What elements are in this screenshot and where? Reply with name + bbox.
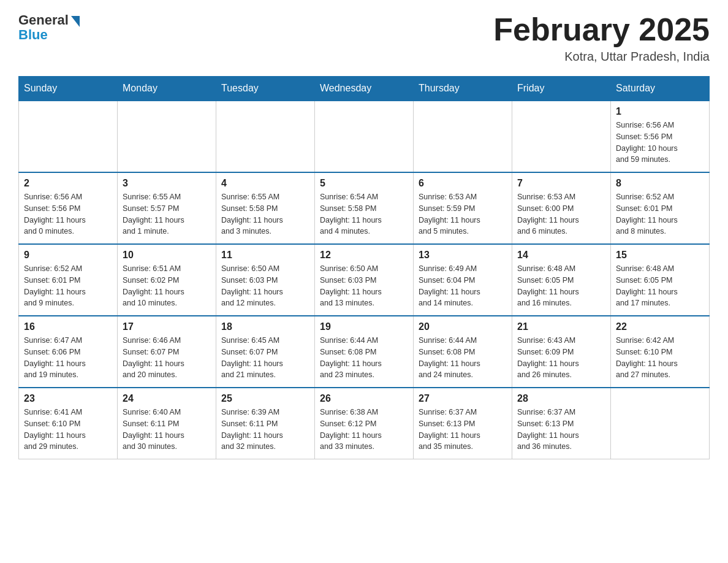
title-section: February 2025 Kotra, Uttar Pradesh, Indi… xyxy=(493,12,710,64)
calendar-cell: 18Sunrise: 6:45 AM Sunset: 6:07 PM Dayli… xyxy=(216,316,315,388)
calendar-cell: 8Sunrise: 6:52 AM Sunset: 6:01 PM Daylig… xyxy=(611,172,710,244)
calendar-cell: 17Sunrise: 6:46 AM Sunset: 6:07 PM Dayli… xyxy=(118,316,216,388)
calendar-cell: 6Sunrise: 6:53 AM Sunset: 5:59 PM Daylig… xyxy=(414,172,512,244)
calendar-cell: 11Sunrise: 6:50 AM Sunset: 6:03 PM Dayli… xyxy=(216,244,315,316)
calendar-cell: 28Sunrise: 6:37 AM Sunset: 6:13 PM Dayli… xyxy=(512,388,611,459)
calendar-cell: 26Sunrise: 6:38 AM Sunset: 6:12 PM Dayli… xyxy=(315,388,414,459)
calendar-cell xyxy=(216,101,315,172)
day-number: 28 xyxy=(517,393,605,404)
day-info: Sunrise: 6:41 AM Sunset: 6:10 PM Dayligh… xyxy=(24,407,112,453)
calendar-week-row: 2Sunrise: 6:56 AM Sunset: 5:56 PM Daylig… xyxy=(19,172,710,244)
weekday-header-wednesday: Wednesday xyxy=(315,77,414,101)
day-info: Sunrise: 6:48 AM Sunset: 6:05 PM Dayligh… xyxy=(616,263,704,309)
day-number: 6 xyxy=(419,178,507,189)
weekday-header-row: SundayMondayTuesdayWednesdayThursdayFrid… xyxy=(19,77,710,101)
weekday-header-monday: Monday xyxy=(118,77,216,101)
day-number: 20 xyxy=(419,321,507,332)
day-info: Sunrise: 6:46 AM Sunset: 6:07 PM Dayligh… xyxy=(123,335,211,381)
day-info: Sunrise: 6:40 AM Sunset: 6:11 PM Dayligh… xyxy=(123,407,211,453)
calendar-cell: 2Sunrise: 6:56 AM Sunset: 5:56 PM Daylig… xyxy=(19,172,118,244)
day-number: 21 xyxy=(517,321,605,332)
day-info: Sunrise: 6:50 AM Sunset: 6:03 PM Dayligh… xyxy=(320,263,408,309)
day-number: 4 xyxy=(221,178,309,189)
day-info: Sunrise: 6:53 AM Sunset: 6:00 PM Dayligh… xyxy=(517,191,605,237)
weekday-header-tuesday: Tuesday xyxy=(216,77,315,101)
day-info: Sunrise: 6:52 AM Sunset: 6:01 PM Dayligh… xyxy=(24,263,112,309)
day-info: Sunrise: 6:37 AM Sunset: 6:13 PM Dayligh… xyxy=(517,407,605,453)
day-number: 10 xyxy=(123,250,211,261)
calendar-cell: 14Sunrise: 6:48 AM Sunset: 6:05 PM Dayli… xyxy=(512,244,611,316)
calendar-cell: 27Sunrise: 6:37 AM Sunset: 6:13 PM Dayli… xyxy=(414,388,512,459)
day-number: 19 xyxy=(320,321,408,332)
day-number: 3 xyxy=(123,178,211,189)
day-number: 8 xyxy=(616,178,704,189)
day-number: 14 xyxy=(517,250,605,261)
day-info: Sunrise: 6:45 AM Sunset: 6:07 PM Dayligh… xyxy=(221,335,309,381)
day-number: 1 xyxy=(616,106,704,117)
day-info: Sunrise: 6:47 AM Sunset: 6:06 PM Dayligh… xyxy=(24,335,112,381)
day-number: 5 xyxy=(320,178,408,189)
calendar-cell: 1Sunrise: 6:56 AM Sunset: 5:56 PM Daylig… xyxy=(611,101,710,172)
calendar-cell: 9Sunrise: 6:52 AM Sunset: 6:01 PM Daylig… xyxy=(19,244,118,316)
calendar-cell: 16Sunrise: 6:47 AM Sunset: 6:06 PM Dayli… xyxy=(19,316,118,388)
day-number: 26 xyxy=(320,393,408,404)
calendar-cell: 5Sunrise: 6:54 AM Sunset: 5:58 PM Daylig… xyxy=(315,172,414,244)
day-number: 15 xyxy=(616,250,704,261)
logo-arrow-icon xyxy=(71,16,80,27)
day-info: Sunrise: 6:44 AM Sunset: 6:08 PM Dayligh… xyxy=(320,335,408,381)
day-info: Sunrise: 6:48 AM Sunset: 6:05 PM Dayligh… xyxy=(517,263,605,309)
calendar-cell xyxy=(315,101,414,172)
calendar-cell: 19Sunrise: 6:44 AM Sunset: 6:08 PM Dayli… xyxy=(315,316,414,388)
calendar-cell: 25Sunrise: 6:39 AM Sunset: 6:11 PM Dayli… xyxy=(216,388,315,459)
day-number: 12 xyxy=(320,250,408,261)
calendar-cell: 20Sunrise: 6:44 AM Sunset: 6:08 PM Dayli… xyxy=(414,316,512,388)
calendar-cell: 12Sunrise: 6:50 AM Sunset: 6:03 PM Dayli… xyxy=(315,244,414,316)
day-info: Sunrise: 6:38 AM Sunset: 6:12 PM Dayligh… xyxy=(320,407,408,453)
day-info: Sunrise: 6:56 AM Sunset: 5:56 PM Dayligh… xyxy=(24,191,112,237)
calendar-cell: 15Sunrise: 6:48 AM Sunset: 6:05 PM Dayli… xyxy=(611,244,710,316)
day-number: 24 xyxy=(123,393,211,404)
day-number: 9 xyxy=(24,250,112,261)
day-info: Sunrise: 6:49 AM Sunset: 6:04 PM Dayligh… xyxy=(419,263,507,309)
calendar-cell xyxy=(19,101,118,172)
day-number: 2 xyxy=(24,178,112,189)
calendar-cell: 24Sunrise: 6:40 AM Sunset: 6:11 PM Dayli… xyxy=(118,388,216,459)
calendar-cell: 22Sunrise: 6:42 AM Sunset: 6:10 PM Dayli… xyxy=(611,316,710,388)
calendar-table: SundayMondayTuesdayWednesdayThursdayFrid… xyxy=(18,76,710,459)
weekday-header-thursday: Thursday xyxy=(414,77,512,101)
calendar-cell: 23Sunrise: 6:41 AM Sunset: 6:10 PM Dayli… xyxy=(19,388,118,459)
calendar-week-row: 1Sunrise: 6:56 AM Sunset: 5:56 PM Daylig… xyxy=(19,101,710,172)
month-title: February 2025 xyxy=(493,12,710,47)
calendar-week-row: 16Sunrise: 6:47 AM Sunset: 6:06 PM Dayli… xyxy=(19,316,710,388)
calendar-cell xyxy=(118,101,216,172)
day-info: Sunrise: 6:52 AM Sunset: 6:01 PM Dayligh… xyxy=(616,191,704,237)
day-info: Sunrise: 6:56 AM Sunset: 5:56 PM Dayligh… xyxy=(616,120,704,166)
day-info: Sunrise: 6:39 AM Sunset: 6:11 PM Dayligh… xyxy=(221,407,309,453)
day-number: 7 xyxy=(517,178,605,189)
day-info: Sunrise: 6:43 AM Sunset: 6:09 PM Dayligh… xyxy=(517,335,605,381)
logo-blue-text: Blue xyxy=(18,27,48,43)
calendar-cell xyxy=(414,101,512,172)
day-info: Sunrise: 6:42 AM Sunset: 6:10 PM Dayligh… xyxy=(616,335,704,381)
calendar-cell xyxy=(611,388,710,459)
day-info: Sunrise: 6:51 AM Sunset: 6:02 PM Dayligh… xyxy=(123,263,211,309)
day-number: 22 xyxy=(616,321,704,332)
calendar-cell: 13Sunrise: 6:49 AM Sunset: 6:04 PM Dayli… xyxy=(414,244,512,316)
day-number: 27 xyxy=(419,393,507,404)
day-info: Sunrise: 6:50 AM Sunset: 6:03 PM Dayligh… xyxy=(221,263,309,309)
weekday-header-friday: Friday xyxy=(512,77,611,101)
logo-general-text: General xyxy=(18,12,69,28)
day-number: 18 xyxy=(221,321,309,332)
day-number: 23 xyxy=(24,393,112,404)
calendar-cell: 10Sunrise: 6:51 AM Sunset: 6:02 PM Dayli… xyxy=(118,244,216,316)
day-number: 13 xyxy=(419,250,507,261)
logo: General Blue xyxy=(18,12,80,43)
day-info: Sunrise: 6:44 AM Sunset: 6:08 PM Dayligh… xyxy=(419,335,507,381)
calendar-cell: 7Sunrise: 6:53 AM Sunset: 6:00 PM Daylig… xyxy=(512,172,611,244)
calendar-cell xyxy=(512,101,611,172)
page-header: General Blue February 2025 Kotra, Uttar … xyxy=(18,12,710,64)
location-text: Kotra, Uttar Pradesh, India xyxy=(493,50,710,64)
calendar-week-row: 9Sunrise: 6:52 AM Sunset: 6:01 PM Daylig… xyxy=(19,244,710,316)
day-number: 17 xyxy=(123,321,211,332)
day-number: 16 xyxy=(24,321,112,332)
